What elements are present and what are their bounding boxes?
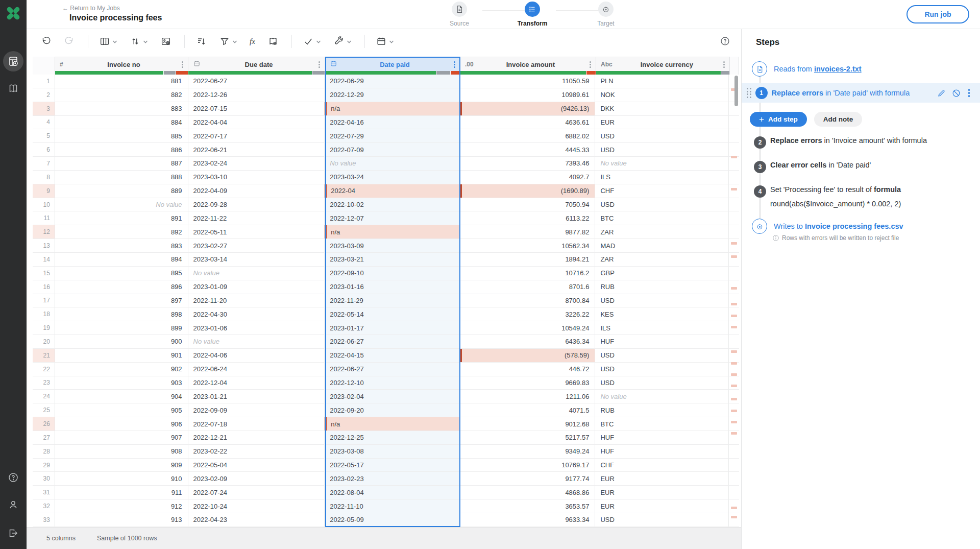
column-header-amount[interactable]: .00Invoice amount xyxy=(460,57,596,75)
row-number[interactable]: 10 xyxy=(33,198,55,211)
row-number[interactable]: 16 xyxy=(33,280,55,294)
row-number[interactable]: 25 xyxy=(33,403,55,417)
row-number[interactable]: 20 xyxy=(33,335,55,348)
cell-due[interactable]: 2023-01-21 xyxy=(188,390,325,403)
row-number[interactable]: 22 xyxy=(33,363,55,376)
disable-icon[interactable] xyxy=(951,88,961,98)
cell-due[interactable]: 2023-02-27 xyxy=(188,239,325,252)
return-to-jobs-link[interactable]: ← Return to My Jobs xyxy=(62,5,120,12)
cell-invoice_no[interactable]: 910 xyxy=(55,472,188,485)
row-number[interactable]: 8 xyxy=(33,171,55,184)
row-number[interactable]: 27 xyxy=(33,431,55,444)
cell-amount[interactable]: 4092.7 xyxy=(460,171,596,184)
step-row-4[interactable]: 4Set 'Processing fee' to result of formu… xyxy=(754,185,901,198)
cell-amount[interactable]: 9669.83 xyxy=(460,376,596,390)
cell-currency[interactable]: KES xyxy=(595,307,729,321)
row-number[interactable]: 14 xyxy=(33,253,55,266)
cell-invoice_no[interactable]: No value xyxy=(55,198,188,211)
cell-due[interactable]: 2022-06-27 xyxy=(188,75,325,88)
cell-due[interactable]: 2022-11-22 xyxy=(188,211,325,225)
cell-paid[interactable]: 2022-12-25 xyxy=(325,431,460,444)
cell-invoice_no[interactable]: 903 xyxy=(55,376,188,390)
stepper-target[interactable]: Target xyxy=(578,2,634,27)
cell-paid[interactable]: 2023-03-21 xyxy=(325,253,460,266)
cell-invoice_no[interactable]: 900 xyxy=(55,335,188,348)
cell-currency[interactable]: ILS xyxy=(595,171,729,184)
cell-amount[interactable]: (9426.13) xyxy=(460,102,596,115)
cell-currency[interactable]: DKK xyxy=(595,102,729,115)
cell-currency[interactable]: No value xyxy=(595,390,729,403)
step-row-selected[interactable]: 1 Replace errors in 'Date paid' with for… xyxy=(742,83,980,103)
column-header-currency[interactable]: AbcInvoice currency xyxy=(596,57,730,75)
cell-amount[interactable]: 10716.2 xyxy=(460,267,596,280)
vertical-scrollbar-thumb[interactable] xyxy=(734,76,738,106)
row-number[interactable]: 13 xyxy=(33,239,55,252)
cell-paid[interactable]: 2023-02-23 xyxy=(325,472,460,485)
cell-invoice_no[interactable]: 884 xyxy=(55,116,188,129)
cell-currency[interactable]: NOK xyxy=(595,88,729,102)
cell-invoice_no[interactable]: 892 xyxy=(55,225,188,238)
cell-due[interactable]: 2022-09-09 xyxy=(188,403,325,417)
cell-amount[interactable]: 1894.21 xyxy=(460,253,596,266)
sort-button[interactable] xyxy=(127,34,151,49)
cell-currency[interactable]: HUF xyxy=(595,445,729,458)
cell-amount[interactable]: 1211.06 xyxy=(460,390,596,403)
cell-paid[interactable]: 2022-11-29 xyxy=(325,294,460,307)
row-number[interactable]: 6 xyxy=(33,143,55,156)
row-number[interactable]: 24 xyxy=(33,390,55,403)
cell-due[interactable]: 2022-04-04 xyxy=(188,116,325,129)
undo-button[interactable] xyxy=(38,34,54,49)
cell-invoice_no[interactable]: 888 xyxy=(55,171,188,184)
row-number[interactable]: 17 xyxy=(33,294,55,307)
error-minimap[interactable] xyxy=(730,75,739,527)
cell-amount[interactable]: 11050.59 xyxy=(460,75,596,88)
cell-currency[interactable]: USD xyxy=(595,198,729,211)
cell-paid[interactable]: No value xyxy=(325,157,460,170)
cell-currency[interactable]: EUR xyxy=(595,472,729,485)
row-number[interactable]: 31 xyxy=(33,486,55,499)
validate-button[interactable] xyxy=(300,34,324,49)
cell-currency[interactable]: No value xyxy=(595,157,729,170)
column-menu-icon[interactable] xyxy=(721,61,726,68)
cell-paid[interactable]: 2023-01-17 xyxy=(325,321,460,335)
row-number[interactable]: 4 xyxy=(33,116,55,129)
cell-paid[interactable]: 2022-06-29 xyxy=(325,75,460,88)
stepper-source[interactable]: Source xyxy=(431,2,487,27)
cell-currency[interactable]: GBP xyxy=(595,267,729,280)
cell-invoice_no[interactable]: 891 xyxy=(55,211,188,225)
writes-to-label[interactable]: Writes to Invoice processing fees.csv xyxy=(774,222,903,230)
cell-amount[interactable]: 7050.94 xyxy=(460,198,596,211)
cell-invoice_no[interactable]: 893 xyxy=(55,239,188,252)
cell-invoice_no[interactable]: 904 xyxy=(55,390,188,403)
reads-from-label[interactable]: Reads from invoices-2.txt xyxy=(774,65,862,73)
cell-currency[interactable]: EUR xyxy=(595,499,729,513)
drag-handle-icon[interactable] xyxy=(747,88,751,98)
cell-invoice_no[interactable]: 881 xyxy=(55,75,188,88)
cell-paid[interactable]: 2022-05-09 xyxy=(325,513,460,527)
cell-currency[interactable]: ILS xyxy=(595,321,729,335)
cell-paid[interactable]: 2022-12-10 xyxy=(325,376,460,390)
cell-invoice_no[interactable]: 905 xyxy=(55,403,188,417)
cell-amount[interactable]: 9349.24 xyxy=(460,445,596,458)
cell-due[interactable]: 2022-07-15 xyxy=(188,102,325,115)
cell-amount[interactable]: 9012.68 xyxy=(460,417,596,431)
cell-paid[interactable]: 2022-08-04 xyxy=(325,486,460,499)
cell-currency[interactable]: ZAR xyxy=(595,253,729,266)
calendar-button[interactable] xyxy=(373,34,397,49)
toolbar-help-button[interactable] xyxy=(720,36,730,49)
cell-paid[interactable]: 2022-10-02 xyxy=(325,198,460,211)
cell-paid[interactable]: 2023-02-04 xyxy=(325,390,460,403)
cell-paid[interactable]: n/a xyxy=(325,102,460,115)
cell-invoice_no[interactable]: 886 xyxy=(55,143,188,156)
cell-due[interactable]: 2022-12-21 xyxy=(188,431,325,444)
row-number[interactable]: 2 xyxy=(33,88,55,102)
cell-amount[interactable]: (578.59) xyxy=(460,349,596,362)
sidebar-item-signout[interactable] xyxy=(3,523,23,543)
sidebar-item-account[interactable] xyxy=(3,494,23,515)
cell-due[interactable]: 2022-12-04 xyxy=(188,376,325,390)
cell-due[interactable]: 2023-02-24 xyxy=(188,157,325,170)
row-number[interactable]: 12 xyxy=(33,225,55,238)
cell-due[interactable]: 2022-12-26 xyxy=(188,88,325,102)
run-job-button[interactable]: Run job xyxy=(906,5,969,23)
cell-invoice_no[interactable]: 885 xyxy=(55,129,188,142)
